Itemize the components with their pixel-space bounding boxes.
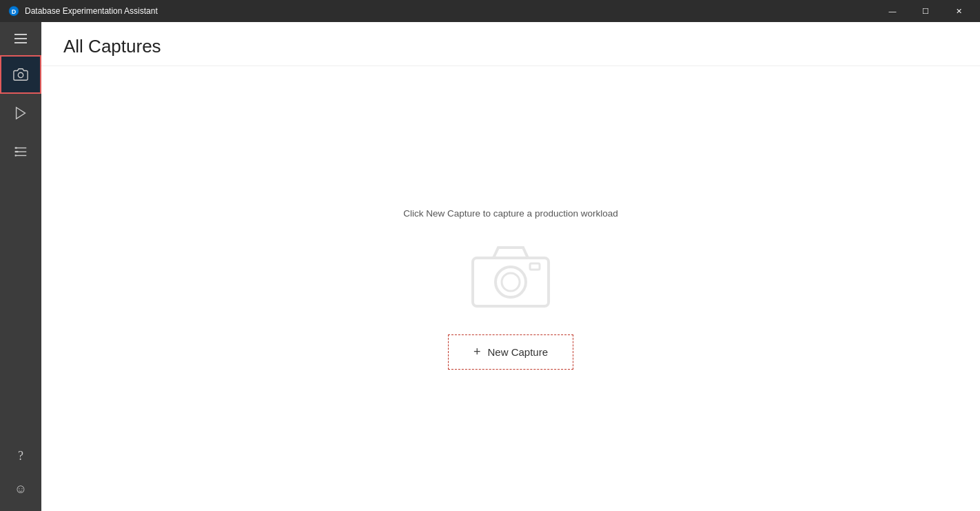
content-header: All Captures xyxy=(41,22,980,66)
plus-icon: + xyxy=(473,345,481,359)
svg-marker-6 xyxy=(17,108,25,119)
page-title: All Captures xyxy=(63,36,958,57)
sidebar-item-captures[interactable] xyxy=(0,55,41,94)
app-title: Database Experimentation Assistant xyxy=(25,6,158,16)
sidebar-nav xyxy=(0,55,41,439)
new-capture-label: New Capture xyxy=(487,346,548,358)
svg-point-5 xyxy=(18,72,23,77)
feedback-button[interactable]: ☺ xyxy=(0,472,41,505)
svg-rect-3 xyxy=(14,38,27,39)
title-bar: D Database Experimentation Assistant — ☐… xyxy=(0,0,980,22)
camera-icon-large xyxy=(469,241,552,310)
close-button[interactable]: ✕ xyxy=(943,0,974,22)
svg-text:D: D xyxy=(12,8,17,15)
svg-rect-2 xyxy=(14,34,27,35)
maximize-button[interactable]: ☐ xyxy=(910,0,941,22)
sidebar-bottom: ? ☺ xyxy=(0,439,41,505)
hint-text: Click New Capture to capture a productio… xyxy=(403,208,617,219)
minimize-button[interactable]: — xyxy=(877,0,908,22)
main-layout: ? ☺ All Captures Click New Capture to ca… xyxy=(0,22,980,511)
title-bar-left: D Database Experimentation Assistant xyxy=(8,6,158,17)
new-capture-button[interactable]: + New Capture xyxy=(448,334,573,370)
title-bar-controls: — ☐ ✕ xyxy=(877,0,974,22)
sidebar-menu-button[interactable] xyxy=(0,22,41,55)
svg-rect-4 xyxy=(14,42,27,43)
content-body: Click New Capture to capture a productio… xyxy=(41,66,980,511)
app-icon: D xyxy=(8,6,19,17)
svg-point-14 xyxy=(496,267,526,297)
svg-rect-16 xyxy=(530,263,540,270)
sidebar: ? ☺ xyxy=(0,22,41,511)
sidebar-item-analysis[interactable] xyxy=(0,132,41,171)
svg-point-15 xyxy=(502,273,520,291)
sidebar-item-replay[interactable] xyxy=(0,94,41,132)
help-button[interactable]: ? xyxy=(0,439,41,472)
svg-rect-13 xyxy=(473,258,549,306)
content-area: All Captures Click New Capture to captur… xyxy=(41,22,980,511)
